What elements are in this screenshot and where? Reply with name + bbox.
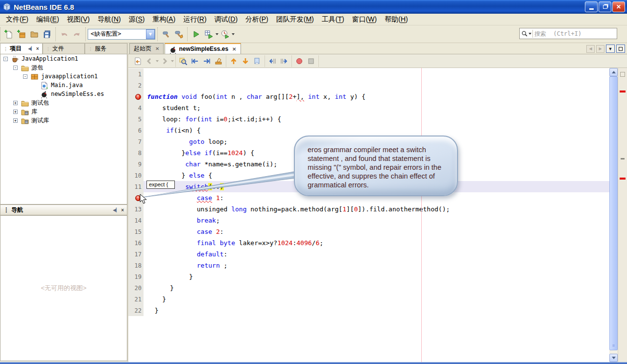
tree-item-库[interactable]: +库 xyxy=(0,107,127,116)
error-annotation-icon[interactable]: ! xyxy=(128,192,144,204)
error-annotation-icon[interactable]: ! xyxy=(128,91,144,102)
tree-expander[interactable]: + xyxy=(13,118,18,123)
menu-item-4[interactable]: 源(S) xyxy=(125,14,149,25)
search-input[interactable] xyxy=(534,29,617,38)
code-line-22[interactable]: 22 } xyxy=(128,305,609,316)
close-tab-icon[interactable]: ✕ xyxy=(155,46,159,51)
forward-dropdown-arrow[interactable] xyxy=(171,60,174,62)
run-button[interactable] xyxy=(190,28,202,41)
tree-item-测试包[interactable]: +测试包 xyxy=(0,98,127,107)
close-button[interactable]: ✕ xyxy=(612,1,625,12)
vertical-scrollbar[interactable]: ≡ xyxy=(609,68,618,362)
code-line-1[interactable]: 1 xyxy=(128,68,609,80)
maximize-editor-icon[interactable] xyxy=(616,45,625,53)
code-line-18[interactable]: 18 return ; xyxy=(128,260,609,271)
menu-item-9[interactable]: 团队开发(M) xyxy=(272,14,318,25)
code-line-5[interactable]: 5 loop: for(int i=0;i<t.id;i++) { xyxy=(128,114,609,125)
menu-item-12[interactable]: 帮助(H) xyxy=(381,14,411,25)
panel-tab-2[interactable]: ⋮服务 xyxy=(85,43,127,54)
code-line-19[interactable]: 19 } xyxy=(128,271,609,282)
code-line-20[interactable]: 20 } xyxy=(128,282,609,294)
menu-item-8[interactable]: 分析(P) xyxy=(241,14,272,25)
forward-button[interactable] xyxy=(159,55,170,67)
tree-item-测试库[interactable]: +测试库 xyxy=(0,116,127,125)
debug-button[interactable] xyxy=(202,28,215,41)
combo-dropdown-button[interactable]: ▼ xyxy=(146,29,155,39)
find-selection-button[interactable] xyxy=(177,55,189,67)
scroll-tabs-right-icon[interactable]: ▶ xyxy=(596,45,604,53)
profile-dropdown-arrow[interactable] xyxy=(232,33,235,35)
tree-expander[interactable]: - xyxy=(3,57,8,61)
stripe-error-mark[interactable] xyxy=(620,178,626,180)
toggle-bookmark-button[interactable] xyxy=(251,55,263,67)
code-line-4[interactable]: 4 student t; xyxy=(128,102,609,114)
previous-occurrence-button[interactable] xyxy=(189,55,201,67)
record-macro-button[interactable] xyxy=(293,55,305,67)
tree-item-Main.java[interactable]: Main.java xyxy=(0,81,127,90)
tree-item-JavaApplication1[interactable]: -JavaApplication1 xyxy=(0,54,127,63)
build-button[interactable] xyxy=(160,28,172,41)
shift-right-button[interactable] xyxy=(278,55,290,67)
stop-macro-button[interactable] xyxy=(305,55,317,67)
code-line-21[interactable]: 21 } xyxy=(128,294,609,305)
tree-item-javaapplication1[interactable]: -javaapplication1 xyxy=(0,72,127,81)
tree-item-源包[interactable]: -源包 xyxy=(0,63,127,72)
editor-tab-1[interactable]: newSimpleEss.es✕ xyxy=(165,43,241,54)
profile-button[interactable] xyxy=(218,28,231,41)
clean-build-button[interactable] xyxy=(172,28,185,41)
previous-bookmark-button[interactable] xyxy=(228,55,240,67)
shift-left-button[interactable] xyxy=(266,55,278,67)
scroll-up-button[interactable] xyxy=(609,68,618,76)
tab-list-dropdown-icon[interactable]: ▼ xyxy=(606,45,615,53)
scroll-tabs-left-icon[interactable]: ◀ xyxy=(586,45,595,53)
undo-button[interactable] xyxy=(58,28,71,41)
code-line-3[interactable]: !function void foo(int n , char arg[][2+… xyxy=(128,91,609,102)
configuration-combobox[interactable]: <缺省配置>▼ xyxy=(88,29,155,40)
back-button[interactable] xyxy=(144,55,155,67)
code-line-14[interactable]: 14 break; xyxy=(128,215,609,226)
menu-item-3[interactable]: 导航(N) xyxy=(94,14,124,25)
editor-tab-0[interactable]: 起始页✕ xyxy=(129,43,164,54)
code-line-2[interactable]: 2 xyxy=(128,80,609,91)
tree-expander[interactable]: - xyxy=(13,66,18,70)
search-icon[interactable] xyxy=(521,30,531,37)
menu-item-11[interactable]: 窗口(W) xyxy=(348,14,381,25)
code-line-17[interactable]: 17 default: xyxy=(128,249,609,260)
menu-item-5[interactable]: 重构(A) xyxy=(148,14,179,25)
tree-item-newSimpleEss.es[interactable]: newSimpleEss.es xyxy=(0,90,127,98)
menu-item-0[interactable]: 文件(F) xyxy=(2,14,32,25)
open-project-button[interactable] xyxy=(28,28,41,41)
scrollbar-thumb[interactable]: ≡ xyxy=(609,76,618,350)
stripe-caret-mark[interactable] xyxy=(621,158,625,159)
menu-item-10[interactable]: 工具(T) xyxy=(318,14,348,25)
menu-item-7[interactable]: 调试(D) xyxy=(211,14,241,25)
menu-item-6[interactable]: 运行(R) xyxy=(179,14,210,25)
menu-item-2[interactable]: 视图(V) xyxy=(63,14,94,25)
last-edit-position-button[interactable] xyxy=(132,55,144,67)
stripe-error-mark[interactable] xyxy=(620,91,626,92)
close-panel-icon[interactable]: × xyxy=(36,46,39,51)
dock-icon[interactable]: ◀▏ xyxy=(113,208,119,212)
restore-button[interactable] xyxy=(599,1,611,12)
toggle-highlight-button[interactable] xyxy=(213,55,224,67)
code-line-15[interactable]: 15 case 2: xyxy=(128,226,609,237)
save-all-button[interactable] xyxy=(41,28,53,41)
panel-tab-1[interactable]: ⋮文件 xyxy=(43,43,85,54)
new-file-button[interactable] xyxy=(2,28,15,41)
tree-expander[interactable]: + xyxy=(13,101,18,105)
code-line-6[interactable]: 6 if(i<n) { xyxy=(128,125,609,136)
tree-expander[interactable]: + xyxy=(13,110,18,114)
next-bookmark-button[interactable] xyxy=(240,55,251,67)
close-panel-icon[interactable]: × xyxy=(121,207,124,213)
minimize-button[interactable] xyxy=(585,1,598,12)
dock-icon[interactable]: ◀▏ xyxy=(28,46,34,51)
code-line-13[interactable]: 13 unsinged long nothing=pack.method(arg… xyxy=(128,204,609,215)
menu-item-1[interactable]: 编辑(E) xyxy=(32,14,63,25)
next-occurrence-button[interactable] xyxy=(201,55,213,67)
redo-button[interactable] xyxy=(71,28,83,41)
code-line-16[interactable]: 16 final byte laker=x>y?1024:4096/6; xyxy=(128,237,609,249)
scroll-down-button[interactable] xyxy=(609,354,618,362)
tree-expander[interactable]: - xyxy=(23,74,27,79)
new-project-button[interactable] xyxy=(15,28,28,41)
code-editor[interactable]: 12!function void foo(int n , char arg[][… xyxy=(128,68,627,362)
